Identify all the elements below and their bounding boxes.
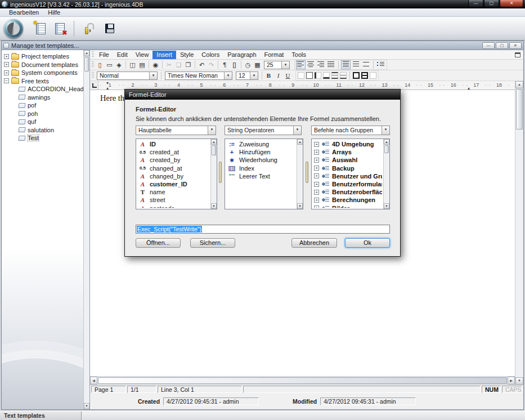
italic-button[interactable]: I — [273, 71, 283, 80]
expand-icon[interactable]: + — [314, 158, 319, 163]
border-outline-bold-icon[interactable] — [353, 72, 360, 79]
minimize-button[interactable]: — — [468, 0, 483, 7]
field-list[interactable]: AID0.5created_atAcreated_by0.5changed_at… — [136, 138, 217, 209]
child-maximize-button[interactable]: ▢ — [496, 42, 508, 49]
open-button[interactable]: Öffnen... — [136, 238, 181, 248]
tree-item-row[interactable]: awnings — [4, 93, 83, 102]
expand-icon[interactable]: + — [314, 182, 319, 187]
print-button[interactable]: ▤ — [137, 60, 147, 69]
chevron-down-icon[interactable]: ▼ — [382, 126, 389, 135]
tree-item-row[interactable]: ACCORDION_Header — [4, 85, 83, 93]
field-list-item[interactable]: Achanged_by — [137, 172, 209, 180]
scrollbar-thumb[interactable] — [384, 145, 389, 153]
main-titlebar[interactable]: ingeniousV12 [V3.3.42 - 26.03.12] - inge… — [0, 0, 525, 8]
expand-icon[interactable]: + — [314, 173, 319, 178]
editor-menu-tools[interactable]: Tools — [288, 51, 310, 59]
operator-list-item[interactable]: ""Leerer Text — [226, 172, 295, 180]
chevron-down-icon[interactable]: ▼ — [149, 72, 157, 79]
vertical-scrollbar[interactable]: ▲ ▼ — [515, 81, 523, 385]
tree-item-row[interactable]: pof — [4, 101, 83, 110]
expand-icon[interactable]: + — [4, 54, 9, 59]
editor-menu-format[interactable]: Format — [261, 51, 288, 59]
expand-icon[interactable]: + — [314, 166, 319, 171]
maximize-button[interactable]: ▢ — [484, 0, 499, 7]
field-list-item[interactable]: Tname — [137, 188, 209, 196]
operator-list-item[interactable]: +Hinzufügen — [226, 148, 295, 156]
tree-folder-row[interactable]: +System components — [4, 69, 83, 77]
expand-icon[interactable]: + — [314, 205, 319, 208]
editor-menu-view[interactable]: View — [132, 51, 153, 59]
save-button[interactable] — [101, 21, 114, 36]
list-splitter-handle[interactable] — [306, 162, 308, 183]
insert-time-button[interactable]: ◷ — [243, 60, 253, 69]
new-template-button[interactable] — [34, 21, 47, 36]
field-list-item[interactable]: 0.5created_at — [137, 148, 209, 156]
child-minimize-button[interactable]: — — [482, 42, 495, 49]
expand-icon[interactable]: + — [314, 142, 319, 147]
border-horizontal-icon[interactable] — [331, 72, 338, 79]
scroll-down-icon[interactable]: ▼ — [515, 377, 523, 385]
scrollbar-thumb[interactable] — [84, 57, 89, 72]
format-stamp-button[interactable]: ◉ — [151, 60, 160, 69]
formula-input[interactable]: Exec_Script("TestWrite") — [136, 225, 390, 234]
line-spacing-1-button[interactable] — [341, 60, 351, 69]
editor-menu-edit[interactable]: Edit — [113, 51, 132, 59]
dialog-titlebar[interactable]: Formel-Editor — [125, 90, 400, 100]
expand-icon[interactable]: + — [314, 150, 319, 155]
operator-list-item[interactable]: [[]]Index — [226, 164, 295, 172]
zoom-select[interactable]: 25▼ — [264, 61, 290, 69]
menu-item-hilfe[interactable]: Hilfe — [43, 8, 65, 17]
operator-select[interactable]: String Operatoren▼ — [225, 126, 302, 135]
tree-folder-row[interactable]: +Document templates — [4, 61, 83, 69]
underline-button[interactable]: U — [283, 71, 293, 80]
editor-menu-insert[interactable]: Insert — [152, 51, 176, 59]
scroll-down-icon[interactable]: ▼ — [384, 203, 389, 209]
border-none-icon[interactable] — [298, 72, 304, 79]
command-group-item[interactable]: +4D Umgebung — [313, 140, 382, 148]
expand-icon[interactable]: + — [4, 62, 9, 67]
scroll-right-icon[interactable]: ▶ — [508, 377, 515, 385]
operator-list-item[interactable]: ∗Wiederholung — [226, 156, 295, 164]
tree-folder-row[interactable]: +Project templates — [4, 52, 83, 61]
scrollbar-thumb[interactable] — [212, 145, 216, 155]
scroll-up-icon[interactable]: ▲ — [384, 139, 389, 145]
cancel-button[interactable]: Abbrechen — [291, 238, 337, 248]
insert-date-button[interactable]: ▦ — [253, 60, 262, 69]
close-button[interactable]: ✕ — [500, 0, 523, 7]
scroll-up-icon[interactable]: ▲ — [297, 139, 303, 145]
chevron-down-icon[interactable]: ▼ — [224, 72, 232, 79]
border-middle-bottom-icon[interactable] — [340, 72, 347, 79]
command-group-item[interactable]: +Auswahl — [313, 156, 382, 164]
command-group-item[interactable]: +Backup — [313, 164, 382, 172]
list-splitter-handle[interactable] — [219, 162, 222, 183]
paste-button[interactable]: ❐ — [183, 60, 193, 69]
command-group-item[interactable]: +Benutzerformulare — [313, 180, 382, 188]
child-titlebar[interactable]: Manage text templates... — ▢ ✕ — [2, 41, 523, 50]
field-list-item[interactable]: Astreet — [137, 196, 209, 204]
align-justify-button[interactable] — [326, 60, 336, 69]
expand-icon[interactable]: + — [314, 190, 319, 195]
align-left-button[interactable] — [296, 60, 306, 69]
border-left-icon[interactable] — [315, 72, 321, 79]
field-list-item[interactable]: Apostcode — [137, 204, 209, 208]
tree-item-row[interactable]: quf — [4, 118, 83, 126]
command-group-list[interactable]: +4D Umgebung+Arrays+Auswahl+Backup+Benut… — [311, 138, 390, 209]
bold-button[interactable]: B — [264, 71, 273, 80]
field-list-item[interactable]: AID — [137, 140, 209, 148]
show-paragraph-marks-button[interactable]: ¶ — [220, 60, 230, 69]
command-group-item[interactable]: +Benutzeroberfläche — [313, 188, 382, 196]
scroll-left-icon[interactable]: ◀ — [90, 377, 97, 385]
tree-item-row[interactable]: Test — [4, 134, 83, 142]
scroll-down-icon[interactable]: ▼ — [297, 203, 303, 209]
scroll-up-icon[interactable]: ▲ — [515, 81, 523, 88]
tree-folder-row[interactable]: −Free texts — [4, 77, 83, 86]
border-horizontal-bold-icon[interactable] — [361, 72, 368, 79]
chevron-down-icon[interactable]: ▼ — [281, 61, 289, 69]
font-size-select[interactable]: 12▼ — [236, 72, 258, 80]
tree-scrollbar[interactable]: ▲ ▼ — [83, 50, 89, 409]
open-document-button[interactable]: ▭ — [105, 60, 114, 69]
show-brackets-button[interactable]: [] — [230, 60, 239, 69]
chevron-down-icon[interactable]: ▼ — [293, 126, 301, 135]
save-formula-button[interactable]: Sichern... — [190, 238, 235, 248]
field-list-scrollbar[interactable]: ▲ ▼ — [210, 139, 217, 209]
